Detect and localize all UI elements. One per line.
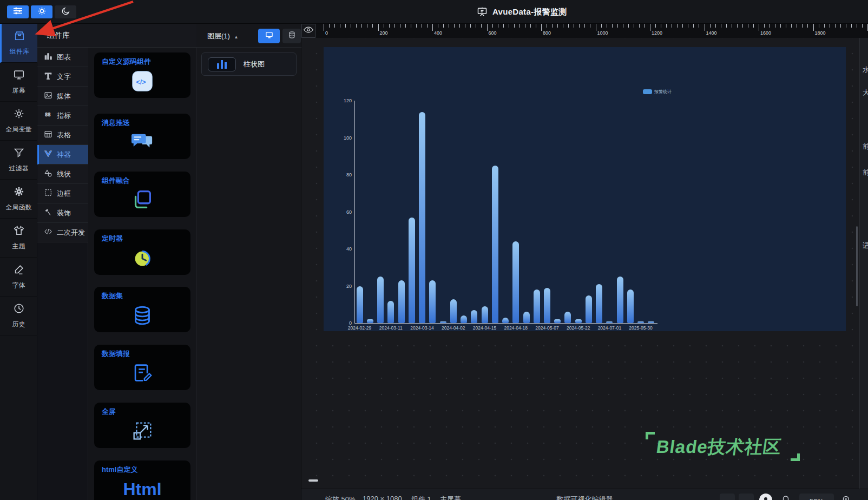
ruler-tick bbox=[617, 24, 618, 28]
gear-solid-icon bbox=[13, 186, 25, 200]
category-tables[interactable]: 表格 bbox=[37, 126, 88, 145]
ruler-label: 600 bbox=[489, 30, 497, 36]
canvas-vertical-scrollbar[interactable] bbox=[856, 226, 858, 306]
layer-view-data-toggle[interactable] bbox=[282, 29, 301, 43]
ruler-tick bbox=[846, 24, 846, 28]
card-component-merge[interactable]: 组件融合 bbox=[94, 172, 190, 217]
page-title: AvueData-报警监测 bbox=[492, 7, 567, 17]
ruler-label: 0 bbox=[325, 30, 328, 36]
ruler-tick bbox=[802, 24, 803, 28]
card-dataset[interactable]: 数据集 bbox=[94, 287, 190, 332]
merge-squares-icon bbox=[94, 183, 190, 217]
ruler-tick bbox=[710, 24, 711, 28]
ruler-tick bbox=[509, 24, 509, 28]
sidebar-item-theme[interactable]: 主题 bbox=[0, 219, 37, 258]
ruler-tick bbox=[384, 24, 384, 28]
card-message-push[interactable]: 消息推送 bbox=[94, 114, 190, 159]
bar bbox=[471, 310, 477, 323]
settings-button[interactable] bbox=[31, 5, 52, 18]
ruler-tick bbox=[742, 24, 743, 28]
zoom-select[interactable]: 50% bbox=[799, 494, 834, 500]
ruler-tick bbox=[628, 24, 629, 28]
layer-item-bar-chart[interactable]: 柱状图 bbox=[201, 52, 297, 76]
ruler-tick bbox=[514, 24, 515, 28]
toggle-guides-button[interactable] bbox=[301, 24, 315, 38]
card-data-entry[interactable]: 数据填报 bbox=[94, 345, 190, 390]
ruler-tick bbox=[672, 24, 672, 28]
presentation-board-icon bbox=[477, 6, 488, 17]
bar bbox=[440, 321, 446, 323]
clipped-panel-text: 水 bbox=[863, 65, 868, 75]
resolution-readout: 1920 × 1080 bbox=[363, 495, 402, 500]
card-timer[interactable]: 定时器 bbox=[94, 229, 190, 275]
design-canvas[interactable]: 报警统计 0204060801001202024-02-292024-03-11… bbox=[301, 38, 868, 489]
sidebar-item-global-functions[interactable]: 全局函数 bbox=[0, 180, 37, 219]
category-charts[interactable]: 图表 bbox=[37, 48, 88, 67]
ruler-label: 1400 bbox=[706, 30, 717, 36]
x-axis-label: 2024-05-07 bbox=[530, 325, 564, 331]
card-html-custom[interactable]: html自定义 Html bbox=[94, 460, 190, 500]
undo-button[interactable]: ‹ bbox=[720, 494, 735, 500]
category-indicators[interactable]: 88 指标 bbox=[37, 106, 88, 126]
ruler-tick bbox=[840, 24, 841, 28]
zoom-fit-icon[interactable] bbox=[841, 495, 851, 500]
category-media[interactable]: 媒体 bbox=[37, 87, 88, 106]
category-gadgets[interactable]: 神器 bbox=[37, 145, 88, 165]
card-custom-source-component[interactable]: 自定义源码组件 </> bbox=[94, 52, 190, 98]
bar bbox=[429, 280, 436, 323]
bar-chart-thumbnail-icon bbox=[208, 57, 236, 71]
sidebar-item-component-library[interactable]: 组件库 bbox=[0, 24, 37, 63]
screen-name[interactable]: 主屏幕 bbox=[440, 495, 461, 500]
bar-chart-component[interactable]: 报警统计 0204060801001202024-02-292024-03-11… bbox=[324, 47, 846, 331]
ruler-tick bbox=[324, 24, 324, 31]
ruler-tick bbox=[400, 24, 400, 28]
ruler-tick bbox=[759, 24, 759, 31]
sidebar-item-history[interactable]: 历史 bbox=[0, 297, 37, 335]
ruler-tick bbox=[356, 24, 357, 28]
image-icon bbox=[44, 91, 52, 101]
ruler-tick bbox=[481, 24, 482, 28]
layer-view-screen-toggle[interactable] bbox=[258, 29, 280, 43]
ruler-tick bbox=[819, 24, 819, 28]
category-text[interactable]: 文字 bbox=[37, 67, 88, 87]
ruler-tick bbox=[607, 24, 607, 28]
redo-button[interactable]: › bbox=[739, 494, 754, 500]
layout-settings-button[interactable] bbox=[7, 5, 29, 18]
hammer-icon bbox=[44, 208, 52, 218]
category-decorations[interactable]: 装饰 bbox=[37, 203, 88, 223]
sidebar-item-font[interactable]: 字体 bbox=[0, 258, 37, 297]
sliders-icon bbox=[13, 6, 23, 17]
dark-mode-button[interactable] bbox=[55, 5, 76, 18]
gear-outline-icon bbox=[13, 108, 25, 122]
card-fullscreen[interactable]: 全屏 bbox=[94, 403, 190, 448]
ruler-tick bbox=[503, 24, 504, 28]
sidebar-item-label: 字体 bbox=[12, 281, 25, 290]
publish-button[interactable] bbox=[759, 494, 772, 500]
y-axis-label: 60 bbox=[326, 209, 352, 215]
ruler-tick bbox=[525, 24, 525, 28]
category-shapes[interactable]: 线状 bbox=[37, 165, 88, 184]
category-secondary-dev[interactable]: 二次开发 bbox=[37, 223, 88, 242]
x-axis-label: 2024-05-22 bbox=[562, 325, 595, 331]
notification-bell-icon[interactable] bbox=[781, 495, 791, 500]
sidebar-item-filters[interactable]: 过滤器 bbox=[0, 141, 37, 180]
category-borders[interactable]: 边框 bbox=[37, 184, 88, 203]
ruler-tick bbox=[459, 24, 460, 28]
ruler-tick bbox=[780, 24, 781, 28]
watermark-open-bracket bbox=[646, 432, 655, 439]
timer-clock-icon bbox=[94, 241, 190, 275]
ruler-tick bbox=[427, 24, 428, 28]
ruler-label: 1000 bbox=[597, 30, 608, 36]
y-axis-label: 40 bbox=[326, 246, 352, 252]
ruler-tick bbox=[465, 24, 465, 28]
horizontal-ruler[interactable]: 020040060080010001200140016001800 bbox=[315, 24, 868, 38]
sidebar-item-global-variables[interactable]: 全局变量 bbox=[0, 102, 37, 141]
database-icon bbox=[288, 31, 296, 41]
ruler-tick bbox=[623, 24, 623, 28]
layer-panel-title[interactable]: 图层(1) ▲ bbox=[207, 31, 238, 41]
canvas-horizontal-scrollbar[interactable] bbox=[308, 479, 318, 482]
ruler-tick bbox=[851, 24, 852, 28]
ruler-tick bbox=[753, 24, 754, 28]
clipped-panel-text: 大 bbox=[863, 88, 868, 97]
sidebar-item-screen[interactable]: 屏幕 bbox=[0, 63, 37, 102]
